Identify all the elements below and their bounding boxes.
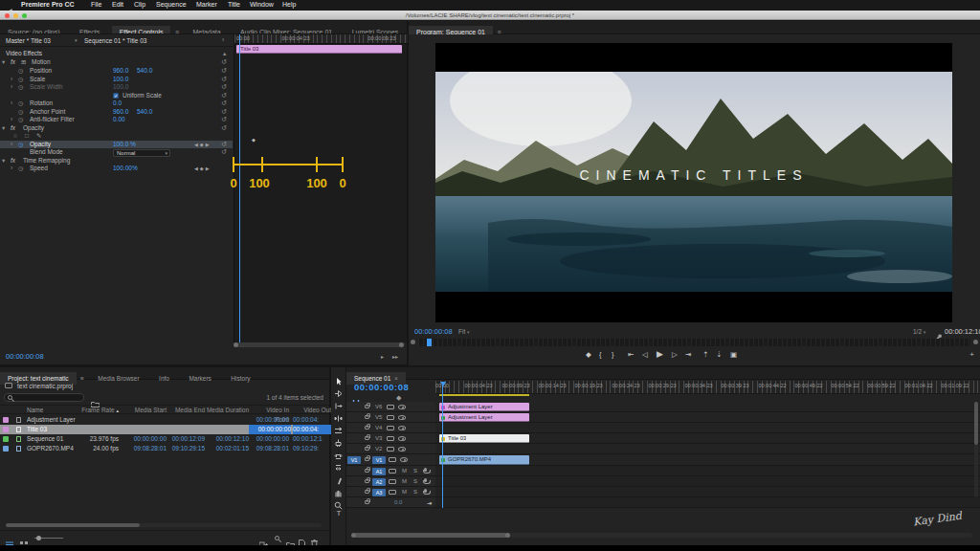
export-frame-button[interactable]: ▣ xyxy=(730,350,737,359)
rotation-row[interactable]: › ◷ Rotation 0.0 ↺ xyxy=(0,99,233,108)
sync-lock-icon[interactable] xyxy=(387,405,394,409)
lock-icon[interactable] xyxy=(365,447,369,451)
project-h-scrollbar[interactable] xyxy=(6,523,322,527)
label-color-swatch[interactable] xyxy=(3,446,9,452)
type-tool[interactable]: T xyxy=(334,509,344,518)
window-title-bar[interactable]: /Volumes/LACIE SHARE/vlog/text cinematic… xyxy=(0,11,980,20)
tab-lumetri-scopes[interactable]: Lumetri Scopes xyxy=(345,26,407,34)
zoom-tool[interactable] xyxy=(334,496,344,506)
menu-file[interactable]: File xyxy=(91,1,101,8)
reset-icon[interactable]: ↺ xyxy=(221,67,227,76)
project-row-title-03[interactable]: Title 03 00:00:00:00 00:00:04: xyxy=(0,425,329,434)
mark-out-button[interactable]: } xyxy=(612,350,614,359)
anti-flicker-row[interactable]: › ◷ Anti-flicker Filter 0.00 ↺ xyxy=(0,116,233,124)
lock-icon[interactable] xyxy=(365,436,369,440)
rate-stretch-tool[interactable] xyxy=(334,422,344,431)
solo-button[interactable]: S xyxy=(413,489,417,495)
anchor-x-value[interactable]: 960.0 xyxy=(113,108,128,117)
scale-value[interactable]: 100.0 xyxy=(113,76,128,84)
zoom-slider-knob[interactable] xyxy=(36,536,41,540)
expander-icon[interactable]: › xyxy=(11,165,12,173)
tab-source[interactable]: Source: (no clips) xyxy=(0,26,67,34)
lock-icon[interactable] xyxy=(365,415,369,419)
scrollbar-thumb[interactable] xyxy=(974,402,978,445)
anchor-y-value[interactable]: 540.0 xyxy=(137,108,152,117)
video-in-cell[interactable]: 00:00:00:00 xyxy=(249,425,291,434)
video-in-cell[interactable]: 09:08:28:01 xyxy=(251,444,289,453)
ecp-footer-icon[interactable]: ▸▸ xyxy=(392,353,398,360)
stopwatch-icon[interactable]: ◷ xyxy=(18,67,23,76)
zoom-window-button[interactable] xyxy=(22,13,27,18)
uniform-scale-row[interactable]: ✓ Uniform Scale ↺ xyxy=(0,92,233,100)
sync-lock-icon[interactable] xyxy=(387,426,394,430)
label-color-swatch[interactable] xyxy=(3,427,9,432)
fit-dropdown[interactable]: Fit ▾ xyxy=(458,328,470,335)
reset-icon[interactable]: ↺ xyxy=(221,83,227,92)
video-in-cell[interactable]: 00:00:00:00 xyxy=(251,415,289,425)
blend-mode-row[interactable]: Blend Mode Normal▾ ↺ xyxy=(0,148,233,157)
opacity-effect-row[interactable]: ▾ fx Opacity ↺ xyxy=(0,124,233,133)
speed-value[interactable]: 100.00% xyxy=(113,165,138,173)
voiceover-record-icon[interactable] xyxy=(424,468,427,472)
column-frame-rate[interactable]: Frame Rate ▴ xyxy=(77,406,119,415)
position-x-value[interactable]: 960.0 xyxy=(113,67,128,76)
fx-badge-icon[interactable]: fx xyxy=(11,58,15,67)
uniform-scale-checkbox[interactable]: ✓ xyxy=(113,93,119,99)
stopwatch-icon[interactable]: ◷ xyxy=(18,141,23,149)
reset-icon[interactable]: ↺ xyxy=(221,76,227,84)
step-forward-button[interactable]: ▷ xyxy=(672,350,678,359)
find-button[interactable] xyxy=(275,536,279,540)
scale-row[interactable]: › ◷ Scale 100.0 ↺ xyxy=(0,76,233,84)
keyframe-nav[interactable]: ◀◆▶ xyxy=(194,141,219,149)
search-input[interactable] xyxy=(4,393,84,402)
tab-metadata[interactable]: Metadata xyxy=(185,26,228,34)
expander-icon[interactable]: › xyxy=(11,116,12,124)
add-marker-icon[interactable]: ◆ xyxy=(396,394,401,402)
track-output-icon[interactable] xyxy=(398,426,406,430)
opacity-value[interactable]: 100.0 % xyxy=(113,141,136,149)
track-output-icon[interactable] xyxy=(398,447,406,452)
next-keyframe-icon[interactable]: ▶ xyxy=(206,165,212,171)
zoom-slider[interactable] xyxy=(34,538,63,539)
reset-icon[interactable]: ↺ xyxy=(221,99,227,108)
column-media-start[interactable]: Media Start xyxy=(128,406,167,415)
project-row-adjustment-layer[interactable]: Adjustment Layer 00:00:00:00 00:00:04: xyxy=(0,415,329,425)
video-out-cell[interactable]: 00:00:04: xyxy=(293,425,331,434)
speed-row[interactable]: › ◷ Speed 100.00% ◀◆▶ xyxy=(0,165,233,173)
menu-window[interactable]: Window xyxy=(250,1,274,8)
track-target-a1[interactable]: A1 xyxy=(372,468,386,475)
master-level-value[interactable]: 0.0 xyxy=(394,499,402,505)
sync-lock-icon[interactable] xyxy=(387,447,394,452)
selection-tool[interactable] xyxy=(334,372,344,382)
step-back-button[interactable]: ◁ xyxy=(642,350,648,359)
scrollbar-thumb[interactable] xyxy=(6,523,140,527)
lock-icon[interactable] xyxy=(365,405,369,408)
video-out-cell[interactable]: 00:00:12:1 xyxy=(293,434,331,444)
blend-mode-dropdown[interactable]: Normal▾ xyxy=(113,149,170,157)
effect-controls-timecode[interactable]: 00:00:00:08 xyxy=(6,352,44,361)
sync-lock-icon[interactable] xyxy=(389,479,396,484)
sync-lock-icon[interactable] xyxy=(389,490,396,495)
tab-effect-controls[interactable]: Effect Controls xyxy=(112,26,171,34)
ecp-footer-icon[interactable]: ▸ xyxy=(381,353,384,360)
collapse-section-icon[interactable]: ▴ xyxy=(223,50,226,58)
reset-icon[interactable]: ↺ xyxy=(221,124,227,133)
in-folder-icon[interactable] xyxy=(91,394,100,401)
pen-mask-icon[interactable]: ✎ xyxy=(36,132,41,141)
solo-button[interactable]: S xyxy=(413,468,417,474)
minimize-window-button[interactable] xyxy=(13,13,18,18)
go-to-out-button[interactable]: ⇥ xyxy=(685,350,691,359)
timeline-ruler[interactable]: 00:00 00:00:04:23 00:00:09:23 00:00:14:2… xyxy=(435,381,980,394)
clip-adjustment-layer[interactable]: Adjustment Layer xyxy=(439,403,529,411)
timeline-timecode[interactable]: 00:00:00:08 xyxy=(354,382,409,392)
video-in-cell[interactable]: 00:00:00:00 xyxy=(251,434,289,444)
menu-edit[interactable]: Edit xyxy=(112,1,123,8)
menu-clip[interactable]: Clip xyxy=(134,1,145,8)
master-clip-label[interactable]: Master * Title 03 xyxy=(6,37,51,44)
expander-icon[interactable]: ▾ xyxy=(2,124,5,133)
mute-button[interactable]: M xyxy=(402,468,407,474)
reset-icon[interactable]: ↺ xyxy=(221,58,227,67)
keyframe-icon[interactable]: ◆ xyxy=(252,137,256,143)
scrollbar-knob[interactable] xyxy=(351,533,356,538)
rolling-edit-tool[interactable] xyxy=(334,409,344,419)
